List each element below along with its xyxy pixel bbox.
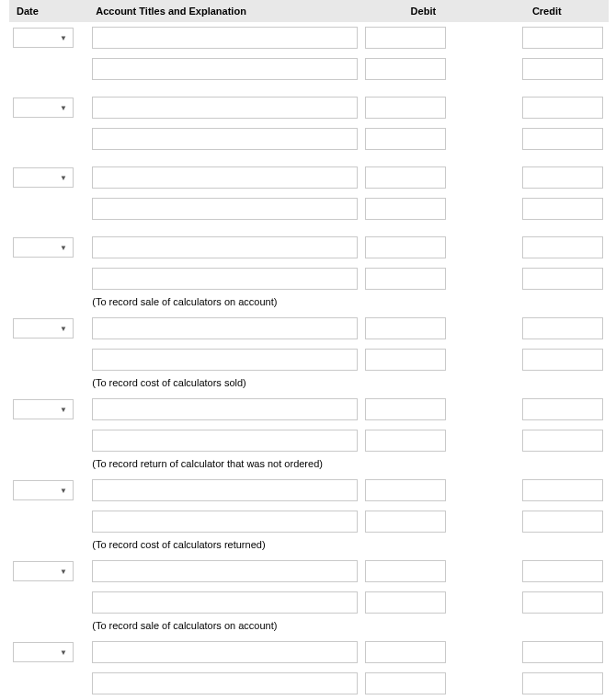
date-select[interactable] — [13, 561, 74, 581]
header-debit: Debit — [361, 0, 485, 22]
journal-row — [9, 668, 609, 699]
account-title-input[interactable] — [92, 349, 358, 371]
credit-input[interactable] — [522, 430, 603, 452]
journal-row — [9, 53, 609, 85]
explanation-text: (To record cost of calculators sold) — [92, 377, 246, 388]
credit-input[interactable] — [522, 198, 603, 220]
account-title-input[interactable] — [92, 560, 358, 582]
journal-row — [9, 22, 609, 53]
credit-input[interactable] — [522, 641, 603, 663]
journal-row — [9, 232, 609, 263]
explanation-text: (To record sale of calculators on accoun… — [92, 620, 277, 631]
credit-input[interactable] — [522, 349, 603, 371]
explanation-text: (To record return of calculator that was… — [92, 458, 323, 469]
account-title-input[interactable] — [92, 430, 358, 452]
credit-input[interactable] — [522, 479, 603, 501]
debit-input[interactable] — [365, 166, 446, 189]
debit-input[interactable] — [365, 398, 446, 420]
account-title-input[interactable] — [92, 641, 358, 663]
account-title-input[interactable] — [92, 97, 358, 119]
explanation-text: (To record cost of calculators returned) — [92, 539, 265, 550]
journal-row — [9, 425, 609, 456]
account-title-input[interactable] — [92, 128, 358, 150]
account-title-input[interactable] — [92, 511, 358, 533]
debit-input[interactable] — [365, 128, 446, 150]
explanation-text: (To record sale of calculators on accoun… — [92, 296, 277, 307]
journal-row — [9, 92, 609, 123]
debit-input[interactable] — [365, 317, 446, 339]
credit-input[interactable] — [522, 560, 603, 582]
date-select[interactable] — [13, 98, 74, 118]
date-select[interactable] — [13, 480, 74, 500]
journal-entry-table: Date Account Titles and Explanation Debi… — [9, 0, 609, 700]
debit-input[interactable] — [365, 511, 446, 533]
credit-input[interactable] — [522, 236, 603, 258]
header-account: Account Titles and Explanation — [88, 0, 361, 22]
debit-input[interactable] — [365, 560, 446, 582]
credit-input[interactable] — [522, 672, 603, 694]
date-select[interactable] — [13, 237, 74, 258]
account-title-input[interactable] — [92, 317, 358, 339]
journal-row — [9, 313, 609, 344]
account-title-input[interactable] — [92, 268, 358, 290]
debit-input[interactable] — [365, 198, 446, 220]
journal-row — [9, 637, 609, 668]
account-title-input[interactable] — [92, 27, 358, 49]
debit-input[interactable] — [365, 349, 446, 371]
account-title-input[interactable] — [92, 591, 358, 614]
explanation-row: (To record return of calculator that was… — [9, 456, 609, 475]
journal-row — [9, 475, 609, 506]
journal-row — [9, 162, 609, 193]
credit-input[interactable] — [522, 317, 603, 339]
date-select[interactable] — [13, 642, 74, 662]
debit-input[interactable] — [365, 58, 446, 80]
credit-input[interactable] — [522, 166, 603, 189]
credit-input[interactable] — [522, 268, 603, 290]
date-select[interactable] — [13, 28, 74, 48]
account-title-input[interactable] — [92, 166, 358, 189]
explanation-row: (To record sale of calculators on accoun… — [9, 618, 609, 637]
explanation-row: (To record cost of calculators sold) — [9, 375, 609, 394]
account-title-input[interactable] — [92, 398, 358, 420]
account-title-input[interactable] — [92, 479, 358, 501]
journal-row — [9, 344, 609, 375]
credit-input[interactable] — [522, 398, 603, 420]
account-title-input[interactable] — [92, 672, 358, 694]
debit-input[interactable] — [365, 641, 446, 663]
date-select[interactable] — [13, 167, 74, 188]
journal-row — [9, 263, 609, 294]
journal-row — [9, 556, 609, 587]
header-date: Date — [9, 0, 88, 22]
account-title-input[interactable] — [92, 236, 358, 258]
header-credit: Credit — [485, 0, 609, 22]
debit-input[interactable] — [365, 268, 446, 290]
journal-row — [9, 394, 609, 425]
date-select[interactable] — [13, 399, 74, 419]
debit-input[interactable] — [365, 97, 446, 119]
explanation-row: (To record sale of calculators on accoun… — [9, 294, 609, 313]
journal-row — [9, 193, 609, 224]
debit-input[interactable] — [365, 672, 446, 694]
debit-input[interactable] — [365, 27, 446, 49]
journal-row — [9, 587, 609, 618]
date-select[interactable] — [13, 318, 74, 339]
debit-input[interactable] — [365, 430, 446, 452]
credit-input[interactable] — [522, 511, 603, 533]
credit-input[interactable] — [522, 58, 603, 80]
explanation-row: (To record cost of calculators returned) — [9, 537, 609, 556]
journal-row — [9, 506, 609, 537]
credit-input[interactable] — [522, 27, 603, 49]
header-row: Date Account Titles and Explanation Debi… — [9, 0, 609, 22]
debit-input[interactable] — [365, 479, 446, 501]
debit-input[interactable] — [365, 591, 446, 614]
account-title-input[interactable] — [92, 58, 358, 80]
credit-input[interactable] — [522, 128, 603, 150]
credit-input[interactable] — [522, 97, 603, 119]
credit-input[interactable] — [522, 591, 603, 614]
journal-row — [9, 123, 609, 155]
debit-input[interactable] — [365, 236, 446, 258]
account-title-input[interactable] — [92, 198, 358, 220]
